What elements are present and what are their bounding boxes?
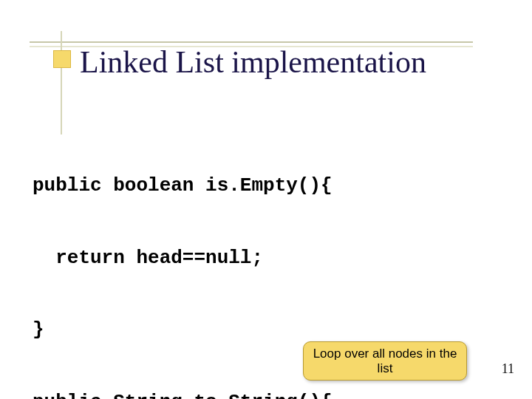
code-line: public boolean is.Empty(){ — [33, 174, 471, 198]
page-number: 11 — [502, 361, 514, 377]
code-line: public String to.String(){ — [33, 390, 471, 400]
accent-square-icon — [53, 50, 71, 68]
slide: Linked List implementation public boolea… — [0, 0, 532, 399]
slide-title: Linked List implementation — [80, 44, 426, 80]
callout-note: Loop over all nodes in the list — [303, 341, 467, 381]
header-rule-1 — [30, 41, 473, 43]
code-line: } — [33, 318, 471, 342]
header-vertical-rule — [61, 31, 62, 134]
code-line: return head==null; — [33, 246, 471, 270]
